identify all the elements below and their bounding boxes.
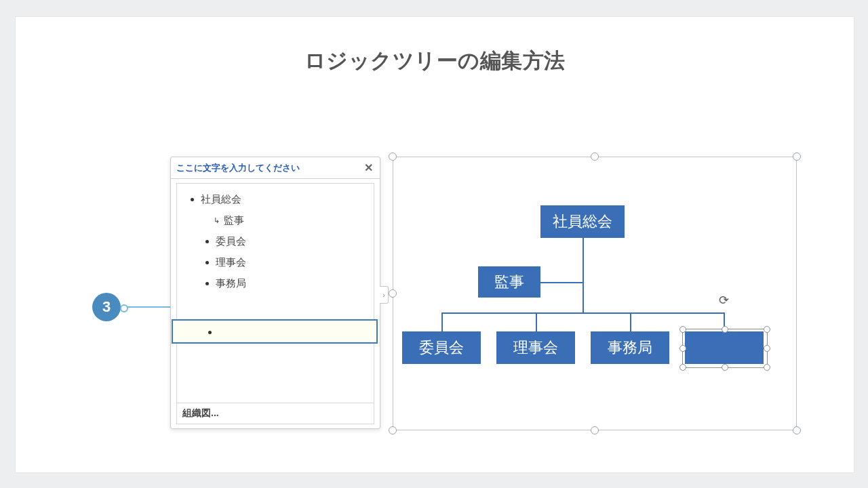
resize-handle[interactable] [389, 426, 397, 434]
outline-item-label: 事務局 [216, 277, 246, 290]
assist-arrow-icon: ↳ [214, 216, 220, 225]
org-connector [441, 312, 443, 331]
outline-item[interactable]: 理事会 [185, 252, 368, 273]
org-connector [536, 312, 537, 331]
org-connector [441, 312, 725, 314]
rotate-handle-icon[interactable]: ⟳ [719, 293, 729, 308]
collapse-panel-button[interactable]: › [380, 286, 389, 304]
outline-item-label: 監事 [224, 214, 244, 227]
outline-item-selected[interactable] [172, 319, 378, 344]
text-panel-title: ここに文字を入力してください [176, 162, 300, 174]
outline-item-root[interactable]: 社員総会 [185, 189, 368, 210]
close-icon[interactable]: ✕ [364, 161, 373, 174]
org-node[interactable]: 事務局 [591, 331, 669, 364]
outline-item[interactable]: 委員会 [185, 231, 368, 252]
resize-handle[interactable] [679, 364, 686, 371]
node-selection-frame: ⟳ [682, 329, 768, 368]
canvas-selection-frame [393, 157, 797, 430]
org-node[interactable]: 理事会 [496, 331, 575, 364]
outline-item[interactable]: 事務局 [185, 273, 368, 294]
outline-item-assist[interactable]: ↳ 監事 [185, 210, 368, 231]
resize-handle[interactable] [389, 289, 397, 298]
step-leader-line [121, 306, 176, 308]
text-panel[interactable]: ここに文字を入力してください ✕ 社員総会 ↳ 監事 委員会 理事会 事務 [170, 157, 380, 429]
org-connector [630, 312, 631, 331]
resize-handle[interactable] [679, 326, 686, 333]
page-title: ロジックツリーの編集方法 [16, 47, 854, 75]
resize-handle[interactable] [591, 426, 599, 434]
org-node-assist[interactable]: 監事 [478, 266, 540, 298]
smartart-canvas[interactable]: 社員総会 監事 委員会 理事会 事務局 ⟳ [393, 157, 797, 430]
resize-handle[interactable] [764, 326, 770, 333]
step-badge: 3 [92, 293, 121, 321]
resize-handle[interactable] [722, 364, 728, 371]
resize-handle[interactable] [764, 364, 770, 371]
resize-handle[interactable] [722, 326, 728, 333]
outline-item-label: 社員総会 [201, 193, 241, 206]
resize-handle[interactable] [591, 152, 599, 161]
slide: ロジックツリーの編集方法 3 ここに文字を入力してください ✕ 社員総会 ↳ 監… [15, 16, 854, 473]
outline-item-label: 委員会 [216, 235, 246, 248]
org-node-top[interactable]: 社員総会 [540, 205, 625, 238]
resize-handle[interactable] [389, 152, 397, 161]
text-panel-body[interactable]: 社員総会 ↳ 監事 委員会 理事会 事務局 [176, 183, 374, 412]
outline-item-label: 理事会 [216, 256, 246, 269]
text-panel-footer: 組織図... [176, 403, 374, 424]
org-connector [583, 238, 584, 312]
resize-handle[interactable] [793, 152, 801, 161]
resize-handle[interactable] [793, 426, 801, 434]
resize-handle[interactable] [679, 345, 686, 352]
resize-handle[interactable] [764, 345, 770, 352]
org-node[interactable]: 委員会 [402, 331, 481, 364]
text-panel-header: ここに文字を入力してください ✕ [171, 157, 380, 179]
